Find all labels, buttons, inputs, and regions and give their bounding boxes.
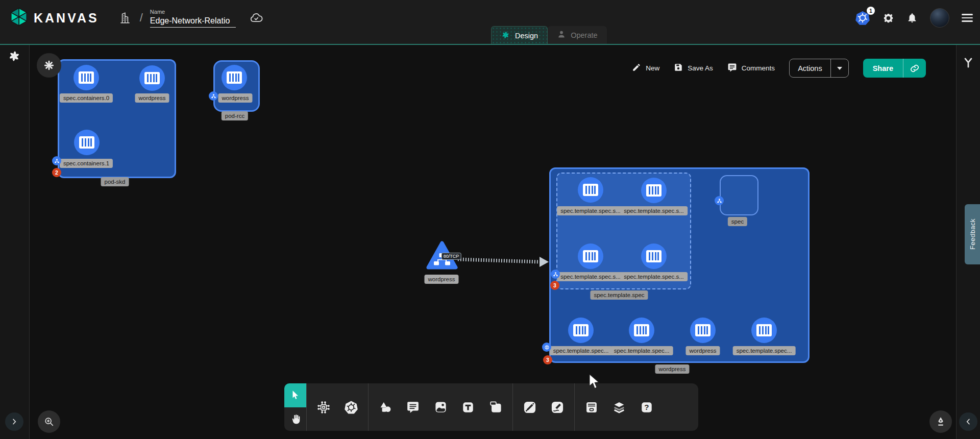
svg-text:?: ? <box>644 403 649 411</box>
comments-button[interactable]: Comments <box>727 63 775 74</box>
tool-layers[interactable] <box>605 383 633 431</box>
node-container-template-0[interactable] <box>578 177 603 203</box>
tab-design[interactable]: Design <box>491 26 548 44</box>
tab-design-label: Design <box>515 32 538 40</box>
design-name-input[interactable] <box>150 15 236 28</box>
node-spec[interactable] <box>720 175 758 215</box>
node-container-template-3[interactable] <box>641 243 667 269</box>
tab-operate[interactable]: Operate <box>548 26 606 44</box>
node-container-bottom-2[interactable] <box>690 318 716 343</box>
tool-image[interactable] <box>427 383 454 431</box>
text-icon <box>461 401 475 414</box>
new-pencil-icon <box>632 63 641 74</box>
edge-port-label: 80/TCP <box>442 253 461 260</box>
node-container-rcc-wordpress[interactable] <box>222 65 247 90</box>
drawer-archive-icon <box>584 400 599 414</box>
logo-text: KANVAS <box>34 11 99 26</box>
node-label: spec.template.spec... <box>733 346 796 355</box>
node-container-template-2[interactable] <box>578 243 603 269</box>
node-label: spec.template.spec... <box>550 346 612 355</box>
node-label: wordpress <box>218 93 252 103</box>
new-button[interactable]: New <box>632 63 659 74</box>
tool-shapes[interactable] <box>372 383 399 431</box>
node-label: spec.template.spec... <box>610 346 673 355</box>
pod-kind-badge-icon <box>715 196 724 205</box>
tool-frame[interactable] <box>482 383 509 431</box>
left-rail <box>0 45 30 439</box>
tool-comment[interactable] <box>399 383 427 431</box>
organization-icon[interactable] <box>118 11 132 25</box>
node-label: spec.template.spec.s... <box>620 272 688 281</box>
save-floppy-icon <box>674 63 683 74</box>
node-container-bottom-1[interactable] <box>629 318 654 343</box>
tool-freehand-draw[interactable] <box>544 383 571 431</box>
dock-y-icon[interactable] <box>962 56 975 71</box>
actions-dropdown-button[interactable]: Actions <box>789 59 849 78</box>
error-count-badge[interactable]: 3 <box>543 355 552 364</box>
kanvas-logo[interactable]: KANVAS <box>9 7 99 29</box>
node-container-spec-containers-0[interactable] <box>74 65 99 90</box>
copy-link-segment[interactable] <box>903 59 926 78</box>
kubernetes-context-button[interactable]: 1 <box>855 10 870 26</box>
actions-caret-segment[interactable] <box>831 59 848 77</box>
tool-drawer[interactable] <box>578 383 605 431</box>
frame-icon <box>489 400 503 414</box>
tool-help[interactable]: ? <box>633 383 660 431</box>
tool-kubernetes[interactable] <box>337 383 365 431</box>
group-label: pod-skd <box>101 177 129 186</box>
actions-button-label: Actions <box>790 59 830 77</box>
pen-path-icon <box>523 400 537 414</box>
cloud-sync-icon[interactable] <box>249 11 263 25</box>
design-mode-swirl-icon[interactable] <box>7 49 21 65</box>
save-as-button-label: Save As <box>688 64 713 72</box>
save-as-button[interactable]: Save As <box>674 63 713 74</box>
breadcrumb-slash: / <box>140 11 143 25</box>
tool-edge-pen[interactable] <box>516 383 544 431</box>
share-button-label: Share <box>863 59 903 78</box>
pencil-scribble-icon <box>550 400 565 414</box>
layers-icon <box>612 400 626 414</box>
node-container-bottom-0[interactable] <box>568 318 594 343</box>
node-container-template-1[interactable] <box>641 178 667 203</box>
kubernetes-helm-icon <box>344 400 359 415</box>
node-label: wordpress <box>685 346 720 355</box>
pen-nib-button[interactable] <box>929 410 952 433</box>
node-label: wordpress <box>424 275 458 284</box>
tool-component[interactable] <box>310 383 337 431</box>
menu-hamburger-icon[interactable] <box>962 14 973 22</box>
zoom-search-button[interactable] <box>38 410 60 433</box>
node-container-spec-containers-1[interactable] <box>74 130 100 155</box>
node-label: wordpress <box>135 93 169 103</box>
tool-text[interactable] <box>454 383 482 431</box>
pod-kind-badge-icon <box>209 91 218 101</box>
design-canvas[interactable]: 80/TCP spec.containers.0 wordpress spec.… <box>29 45 957 439</box>
feedback-tab[interactable]: Feedback <box>965 204 980 264</box>
operate-person-icon <box>557 30 566 40</box>
tab-operate-label: Operate <box>571 31 597 39</box>
error-count-badge[interactable]: 2 <box>52 168 61 177</box>
pod-kind-badge-icon <box>52 156 61 165</box>
design-name-block: Name <box>150 9 236 28</box>
user-avatar[interactable] <box>930 8 949 28</box>
collapse-right-panel-button[interactable] <box>959 412 977 431</box>
node-label: spec.template.spec.s... <box>557 206 624 215</box>
deployment-kind-badge-icon <box>542 343 551 352</box>
canvas-actions-bar: New Save As Comments Actions Share <box>632 59 926 78</box>
error-count-badge[interactable]: 3 <box>550 281 559 290</box>
notifications-bell-icon[interactable] <box>906 12 918 23</box>
canvas-settings-button[interactable] <box>37 53 61 78</box>
node-label: spec.template.spec.s... <box>620 206 688 215</box>
chevron-down-icon <box>837 67 842 70</box>
kubernetes-context-count-badge: 1 <box>867 7 875 15</box>
node-container-bottom-3[interactable] <box>751 318 777 343</box>
share-button[interactable]: Share <box>863 59 926 78</box>
comment-icon <box>406 401 420 414</box>
node-container-wordpress-1[interactable] <box>139 65 165 91</box>
settings-gear-icon[interactable] <box>883 12 894 24</box>
pod-kind-badge-icon <box>551 270 560 279</box>
expand-left-panel-button[interactable] <box>5 412 23 431</box>
new-button-label: New <box>646 64 659 72</box>
group-label: wordpress <box>655 364 689 374</box>
tool-pan[interactable] <box>284 407 306 431</box>
tool-select[interactable] <box>284 383 306 407</box>
